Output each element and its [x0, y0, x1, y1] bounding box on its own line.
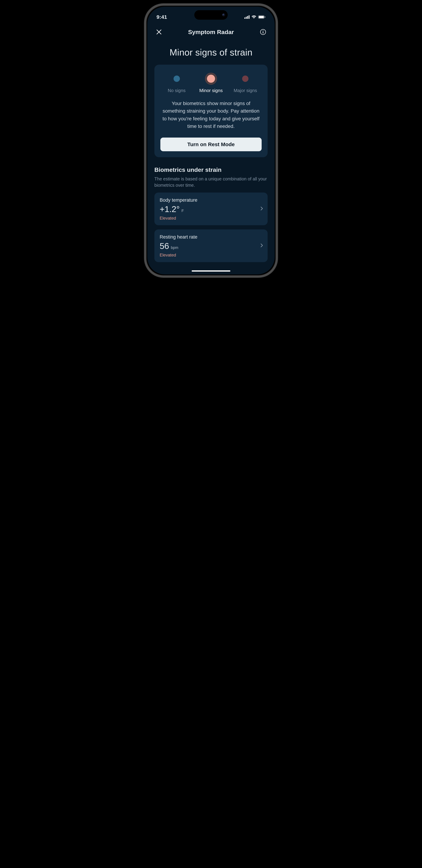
metric-status: Elevated: [160, 253, 262, 257]
svg-point-8: [263, 30, 263, 31]
rest-mode-button[interactable]: Turn on Rest Mode: [160, 137, 262, 151]
section-title: Biometrics under strain: [154, 166, 268, 173]
camera-icon: [222, 13, 225, 17]
metric-label: Resting heart rate: [160, 234, 262, 240]
svg-rect-5: [259, 16, 264, 18]
wifi-icon: [251, 15, 256, 19]
level-nosigns-label: No signs: [168, 88, 186, 93]
info-button[interactable]: [259, 28, 267, 36]
metric-label: Body temperature: [160, 197, 262, 203]
hero-title: Minor signs of strain: [154, 47, 268, 58]
status-card: No signs Minor signs Major signs Your bi…: [154, 65, 268, 157]
home-indicator[interactable]: [192, 270, 230, 272]
content: Minor signs of strain No signs Minor sig…: [147, 40, 275, 274]
screen: 9:41 Symptom Radar: [147, 7, 275, 274]
device-frame: 9:41 Symptom Radar: [144, 3, 278, 278]
section-description: The estimate is based on a unique combin…: [154, 176, 268, 188]
page-title: Symptom Radar: [163, 29, 259, 35]
svg-rect-1: [246, 17, 247, 19]
biometrics-section: Biometrics under strain The estimate is …: [154, 166, 268, 262]
svg-rect-9: [263, 31, 263, 34]
level-row: No signs Minor signs Major signs: [160, 73, 262, 93]
level-major-label: Major signs: [234, 88, 257, 93]
level-nosigns[interactable]: No signs: [160, 73, 193, 93]
chevron-right-icon: [260, 207, 263, 211]
svg-rect-6: [264, 16, 265, 18]
clock: 9:41: [157, 14, 167, 20]
level-minor-label: Minor signs: [199, 88, 223, 93]
dynamic-island: [194, 10, 228, 20]
metric-value: 56 bpm: [160, 241, 262, 251]
metric-number: +1.2°: [160, 204, 180, 214]
cellular-icon: [245, 15, 250, 19]
chevron-right-icon: [260, 244, 263, 248]
metric-status: Elevated: [160, 216, 262, 221]
svg-rect-2: [247, 16, 248, 19]
close-icon: [156, 29, 162, 35]
metric-value: +1.2° F: [160, 204, 262, 214]
metric-unit: bpm: [171, 245, 178, 250]
svg-rect-0: [245, 18, 245, 19]
card-description: Your biometrics show minor signs of some…: [160, 100, 262, 130]
metric-unit: F: [181, 209, 184, 213]
metric-resting-heart-rate[interactable]: Resting heart rate 56 bpm Elevated: [154, 229, 268, 262]
nav-bar: Symptom Radar: [147, 23, 275, 40]
info-icon: [260, 29, 266, 35]
dot-major-icon: [242, 75, 249, 82]
battery-icon: [258, 15, 265, 19]
svg-rect-3: [249, 15, 250, 19]
level-minor[interactable]: Minor signs: [195, 73, 227, 93]
dot-nosigns-icon: [173, 75, 180, 82]
status-icons: [245, 15, 265, 19]
metric-body-temperature[interactable]: Body temperature +1.2° F Elevated: [154, 192, 268, 225]
level-major[interactable]: Major signs: [229, 73, 262, 93]
close-button[interactable]: [155, 28, 163, 36]
dot-minor-icon: [207, 75, 215, 83]
metric-number: 56: [160, 241, 169, 251]
